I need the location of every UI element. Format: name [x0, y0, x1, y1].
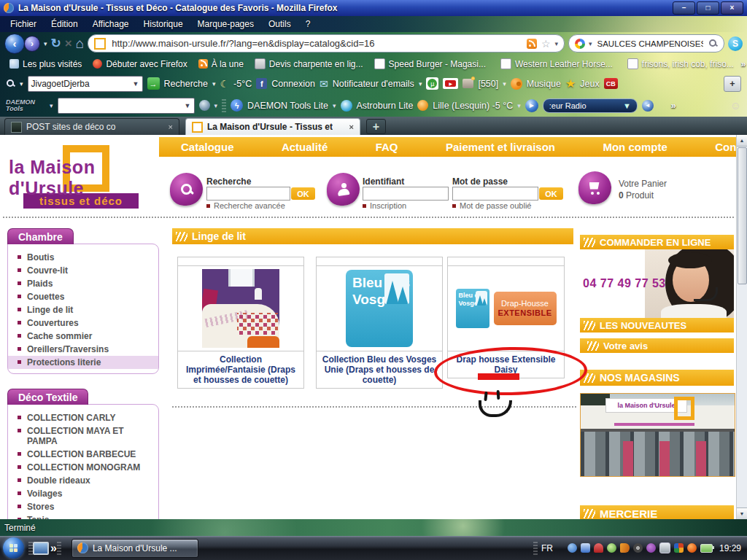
history-dropdown-icon[interactable]: ▾ [44, 40, 47, 47]
astroburn-icon[interactable] [341, 100, 352, 112]
home-button[interactable]: ⌂ [76, 36, 84, 50]
sidebar-item-carly[interactable]: COLLECTION CARLY [8, 411, 158, 424]
new-tab-button[interactable]: + [366, 119, 386, 134]
bookmark-frisons[interactable]: frisons, irish cob, friso... [624, 57, 738, 71]
dropdown-icon[interactable]: ▾ [517, 102, 521, 109]
product-card-bleu-des-vosges[interactable]: Bleu des Vosges Collection Bleu des Vosg… [316, 257, 443, 389]
clock[interactable]: 19:29 [719, 543, 741, 553]
tray-volume-icon[interactable] [620, 543, 630, 553]
sidebar-item-protections-literie[interactable]: Protections literie [8, 356, 158, 369]
product-image[interactable]: Bleu des Vosges Drap-Housse EXTENSIBLE [448, 266, 564, 351]
sidebar-item-double-rideaux[interactable]: Double rideaux [8, 474, 158, 487]
tray-gear-icon[interactable] [633, 543, 643, 553]
site-logo[interactable]: la Maison d'Ursule [9, 157, 162, 199]
cart-circle-icon[interactable] [578, 171, 611, 204]
signup-link[interactable]: Inscription [363, 201, 406, 210]
url-input[interactable] [110, 37, 522, 50]
bookmark-getting-started[interactable]: Débuter avec Firefox [89, 58, 190, 71]
skype-icon[interactable]: S [728, 36, 743, 51]
dropdown-icon[interactable]: ▾ [333, 102, 336, 109]
daemon-search-select[interactable]: ▼ [58, 98, 195, 114]
search-magnifier-icon[interactable] [708, 39, 718, 48]
rss-icon[interactable] [527, 39, 537, 49]
dropdown-icon[interactable]: ▾ [419, 80, 422, 88]
tab-post-sites[interactable]: POST sites de déco co × [4, 118, 179, 135]
daemon-lightning-icon[interactable]: ϟ [231, 99, 243, 112]
bookmark-star-icon[interactable]: ☆ [541, 38, 551, 50]
sidebar-item-cache-sommier[interactable]: Cache sommier [8, 330, 158, 343]
product-title[interactable]: Collection Imprimée/Fantaisie (Draps et … [178, 351, 303, 388]
nav-mon-compte[interactable]: Mon compte [603, 141, 667, 153]
sidebar-item-oreillers[interactable]: Oreillers/Traversins [8, 343, 158, 356]
tab-close-icon[interactable]: × [169, 122, 173, 131]
menu-marque-pages[interactable]: Marque-pages [190, 17, 261, 31]
review-banner[interactable]: Votre avis [580, 338, 734, 353]
tray-security-icon[interactable] [674, 543, 684, 553]
music-button[interactable]: Musique [527, 79, 561, 89]
dropdown-icon[interactable]: ▾ [212, 80, 216, 88]
scrollbar-thumb[interactable] [738, 147, 747, 284]
bookmark-latest-headlines[interactable]: À la une [195, 58, 247, 71]
web-search-bar[interactable]: ▾ [568, 34, 724, 52]
nav-actualite[interactable]: Actualité [282, 141, 328, 153]
sidebar-item-couvertures[interactable]: Couvertures [8, 316, 158, 330]
add-toolbar-button[interactable]: + [724, 76, 741, 92]
smiley-tray-icon[interactable]: ☺ [730, 99, 741, 112]
globe-icon[interactable] [199, 100, 210, 111]
forgot-password-link[interactable]: Mot de passe oublié [452, 201, 531, 210]
battery-icon[interactable] [700, 544, 713, 553]
taskbar-window-button[interactable]: La Maison d'Ursule ... [71, 539, 198, 558]
tab-maison-ursule[interactable]: La Maison d'Ursule - Tissus et Déc... × [185, 118, 360, 135]
forward-button[interactable]: › [24, 36, 40, 52]
sidebar-item-plaids[interactable]: Plaids [8, 277, 158, 290]
facebook-icon[interactable]: f [256, 78, 267, 89]
quicklaunch-chevron[interactable]: » [50, 542, 57, 555]
weather-moon-icon[interactable]: ☾ [220, 78, 230, 90]
web-search-input[interactable] [596, 39, 705, 49]
show-desktop-icon[interactable] [33, 542, 49, 555]
url-dropdown-icon[interactable]: ▾ [554, 40, 558, 47]
tray-update-icon[interactable] [581, 543, 590, 553]
nav-faq[interactable]: FAQ [376, 141, 398, 153]
menu-historique[interactable]: Historique [136, 17, 190, 31]
radio-station-select[interactable]: :eur Radio ▼ [543, 98, 638, 113]
astroburn-lite-button[interactable]: Astroburn Lite [357, 101, 414, 111]
menu-affichage[interactable]: Affichage [85, 17, 136, 31]
product-image[interactable] [178, 266, 303, 351]
counter-button[interactable]: [550] [478, 79, 498, 89]
site-search-input[interactable] [206, 187, 290, 201]
menu-outils[interactable]: Outils [261, 17, 298, 31]
product-image[interactable]: Bleu des Vosges [317, 266, 442, 351]
dropdown-icon[interactable]: ▾ [214, 102, 218, 109]
stores-banner[interactable]: NOS MAGASINS [580, 370, 734, 386]
sidebar-item-barbecue[interactable]: COLLECTION BARBECUE [8, 448, 158, 461]
cb-icon[interactable]: CB [604, 78, 618, 89]
scroll-up-arrow[interactable]: ▲ [737, 135, 747, 147]
nav-catalogue[interactable]: Catalogue [181, 141, 234, 153]
speaker-icon[interactable]: ◄ [642, 100, 654, 112]
product-card-imprimee[interactable]: Collection Imprimée/Fantaisie (Draps et … [177, 257, 304, 389]
tray-person-icon[interactable] [594, 543, 603, 553]
search-go-icon[interactable]: → [147, 77, 160, 90]
tray-display-icon[interactable] [659, 542, 670, 553]
page-scrollbar[interactable]: ▲ ▼ [736, 135, 747, 519]
advanced-search-link[interactable]: Recherche avancée [206, 201, 285, 210]
nav-paiement[interactable]: Paiement et livraison [446, 141, 555, 153]
dropdown-icon[interactable]: ▾ [50, 102, 53, 109]
games-star-icon[interactable]: ★ [565, 77, 576, 90]
toolbar-overflow-chevron[interactable]: » [671, 101, 676, 111]
product-title[interactable]: Collection Bleu des Vosges Unie (Draps e… [317, 351, 442, 388]
bookmark-devis-charpente[interactable]: Devis charpente en lig... [251, 57, 367, 71]
sidebar-item-monogram[interactable]: COLLECTION MONOGRAM [8, 461, 158, 474]
toolbar-temperature[interactable]: -5°C [233, 79, 252, 89]
login-ok-button[interactable]: OK [539, 187, 563, 200]
utorrent-icon[interactable]: µ [426, 77, 438, 90]
bookmark-western-leather[interactable]: Western Leather Horse... [497, 57, 616, 71]
sidebar-item-voilages[interactable]: Voilages [8, 487, 158, 500]
firecracker-icon[interactable] [462, 79, 473, 88]
facebook-connect-button[interactable]: Connexion [271, 79, 315, 89]
minimize-button[interactable]: – [673, 1, 695, 15]
toolbar-magnifier-icon[interactable] [6, 79, 15, 88]
sidebar-item-linge-de-lit[interactable]: Linge de lit [8, 303, 158, 316]
reload-button[interactable]: ↻ [51, 37, 61, 50]
